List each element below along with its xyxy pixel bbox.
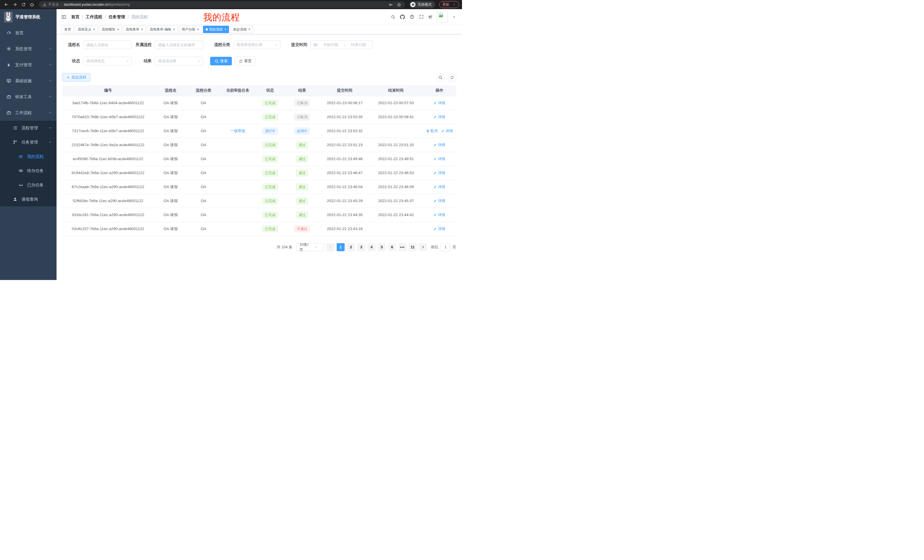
toggle-search-button[interactable] <box>436 73 445 82</box>
forward-icon[interactable] <box>11 1 18 8</box>
update-label: 更新 <box>442 2 449 7</box>
page-button-3[interactable]: 3 <box>357 243 365 251</box>
detail-button[interactable]: 详情 <box>434 213 445 217</box>
page-button-1[interactable]: 1 <box>337 243 345 251</box>
sidebar-item-任务管理[interactable]: 任务管理 <box>0 135 57 149</box>
table-row: 819442e8-7b9a-11ec-a290-acde48001122OA 请… <box>62 166 456 180</box>
process-name-input[interactable] <box>83 40 132 49</box>
create-process-button[interactable]: 发起流程 <box>62 73 90 82</box>
process-def-input[interactable] <box>155 40 203 49</box>
sidebar-item-已办任务[interactable]: 已办任务 <box>0 178 57 192</box>
detail-button[interactable]: 详情 <box>434 171 445 175</box>
branch-icon <box>13 140 17 144</box>
next-page-button[interactable] <box>419 243 427 251</box>
sidebar-item-工作流程[interactable]: 工作流程 <box>0 105 57 121</box>
close-icon[interactable]: × <box>141 27 143 31</box>
close-icon[interactable]: × <box>93 27 95 31</box>
result-cell: 通过 <box>284 138 320 152</box>
cancel-button[interactable]: 取消 <box>426 129 438 133</box>
avatar[interactable] <box>437 11 448 23</box>
hamburger-icon[interactable] <box>61 14 66 20</box>
caret-down-icon[interactable] <box>453 15 456 18</box>
tab-流程模型[interactable]: 流程模型× <box>99 26 122 33</box>
detail-button[interactable]: 详情 <box>434 156 445 162</box>
github-icon[interactable] <box>400 15 405 19</box>
sidebar-item-我的流程[interactable]: 我的流程 <box>0 149 57 163</box>
page-button-2[interactable]: 2 <box>347 243 355 251</box>
close-icon[interactable]: × <box>173 27 175 31</box>
prev-page-button[interactable] <box>326 243 334 251</box>
tab-用户分组[interactable]: 用户分组× <box>179 26 202 33</box>
page-size-select[interactable]: 10条/页 <box>296 243 324 251</box>
star-icon[interactable] <box>397 3 401 7</box>
home-button[interactable] <box>28 1 35 8</box>
category-select[interactable]: 请选择流程分类 <box>233 40 280 49</box>
search-icon[interactable] <box>391 15 395 19</box>
reload-button[interactable] <box>20 1 27 8</box>
start-date-placeholder: 开始日期 <box>320 42 342 47</box>
goto-page-input[interactable] <box>441 243 450 251</box>
refresh-table-button[interactable] <box>448 73 456 82</box>
status-select[interactable]: 请选择状态 <box>83 57 132 65</box>
page-button-6[interactable]: 6 <box>388 243 396 251</box>
result-select[interactable]: 请选流结果 <box>155 57 203 65</box>
detail-button[interactable]: 详情 <box>434 226 445 232</box>
result-cell: 通过 <box>284 166 320 180</box>
detail-button[interactable]: 详情 <box>441 129 453 133</box>
close-icon[interactable]: × <box>197 27 199 31</box>
sidebar-item-基础设施[interactable]: 基础设施 <box>0 73 57 89</box>
fullscreen-icon[interactable] <box>419 15 424 19</box>
breadcrumb-item[interactable]: 任务管理 <box>108 14 125 20</box>
sidebar-item-流程管理[interactable]: 流程管理 <box>0 121 57 135</box>
end-time-cell: 2022-01-22 23:45:37 <box>369 194 422 208</box>
detail-button[interactable]: 详情 <box>434 198 445 204</box>
sidebar-item-研发工具[interactable]: 研发工具 <box>0 89 57 105</box>
close-icon[interactable]: × <box>248 27 250 31</box>
detail-button[interactable]: 详情 <box>434 142 445 148</box>
breadcrumb-item[interactable]: 首页 <box>71 14 80 20</box>
tab-发起流程[interactable]: 发起流程× <box>230 26 253 33</box>
detail-label: 详情 <box>438 198 445 204</box>
reset-button[interactable]: 重置 <box>235 57 256 65</box>
font-size-icon[interactable]: tT <box>429 15 432 19</box>
sidebar-item-支付管理[interactable]: ¥支付管理 <box>0 57 57 73</box>
process-id-cell: 67c2eaab-7b9a-11ec-a290-acde48001122 <box>62 180 154 194</box>
edit-icon <box>441 129 445 133</box>
status-cell: 进行中 <box>256 124 284 138</box>
back-icon[interactable] <box>3 1 10 8</box>
page-button-4[interactable]: 4 <box>368 243 375 251</box>
close-icon[interactable]: × <box>224 27 226 31</box>
sidebar-logo[interactable]: 芋道管理系统 <box>0 9 57 25</box>
more-pages-button[interactable]: ••• <box>398 243 406 251</box>
current-task-link[interactable]: 一级审批 <box>230 129 246 133</box>
page-button-5[interactable]: 5 <box>378 243 386 251</box>
sidebar-item-首页[interactable]: 首页 <box>0 25 57 41</box>
tab-我的流程[interactable]: 我的流程× <box>203 26 229 33</box>
current-task-cell <box>220 152 256 166</box>
current-task-cell <box>220 96 256 110</box>
detail-button[interactable]: 详情 <box>434 100 445 106</box>
tab-流程定义[interactable]: 流程定义× <box>75 26 98 33</box>
tab-流程表单[interactable]: 流程表单× <box>123 26 146 33</box>
date-range-picker[interactable]: 开始日期 - 结束日期 <box>310 40 373 49</box>
search-button[interactable]: 搜索 <box>210 57 232 65</box>
sidebar-item-系统管理[interactable]: 系统管理 <box>0 41 57 57</box>
detail-button[interactable]: 详情 <box>434 114 445 120</box>
submit-time-cell: 2022-01-22 23:53:35 <box>320 110 369 124</box>
detail-button[interactable]: 详情 <box>434 184 445 190</box>
result-tag: 已取消 <box>294 100 310 106</box>
page-button-11[interactable]: 11 <box>409 243 417 251</box>
sidebar-item-待办任务[interactable]: 待办任务 <box>0 163 57 178</box>
key-icon[interactable] <box>388 3 393 7</box>
tab-首页[interactable]: 首页 <box>62 26 74 33</box>
close-icon[interactable]: × <box>117 27 119 31</box>
sidebar-item-请假查询[interactable]: 请假查询 <box>0 192 57 207</box>
column-header: 流程分类 <box>188 85 220 96</box>
address-bar[interactable]: 不安全 dashboard.yudao.iocoder.cn/bpm/task/… <box>39 1 405 8</box>
kebab-menu-icon[interactable] <box>452 3 456 7</box>
browser-update-button[interactable]: 更新 <box>439 1 459 8</box>
tab-流程表单-编辑[interactable]: 流程表单-编辑× <box>147 26 178 33</box>
table-header-row: 编号流程名流程分类当前审批任务状态结果提交时间结束时间操作 <box>62 85 456 96</box>
breadcrumb-item[interactable]: 工作流程 <box>86 14 102 20</box>
help-icon[interactable] <box>410 15 414 19</box>
